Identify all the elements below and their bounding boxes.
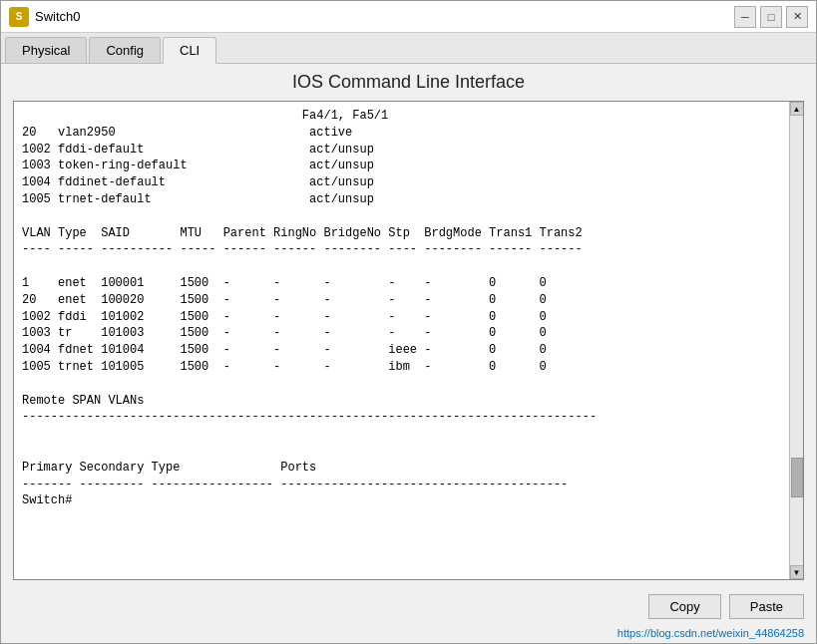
minimize-button[interactable]: ─: [734, 6, 756, 28]
app-icon-label: S: [16, 11, 23, 22]
page-title: IOS Command Line Interface: [13, 72, 804, 93]
tab-cli[interactable]: CLI: [163, 37, 216, 64]
tab-config[interactable]: Config: [89, 37, 161, 63]
close-button[interactable]: ✕: [786, 6, 808, 28]
app-icon: S: [9, 7, 29, 27]
watermark: https://blog.csdn.net/weixin_44864258: [1, 625, 816, 643]
paste-button[interactable]: Paste: [729, 594, 804, 619]
terminal-container[interactable]: Fa4/1, Fa5/1 20 vlan2950 active 1002 fdd…: [13, 101, 804, 580]
title-bar: S Switch0 ─ □ ✕: [1, 1, 816, 33]
scroll-up-button[interactable]: ▲: [790, 102, 804, 116]
title-controls: ─ □ ✕: [734, 6, 808, 28]
maximize-button[interactable]: □: [760, 6, 782, 28]
main-content: IOS Command Line Interface Fa4/1, Fa5/1 …: [1, 64, 816, 588]
terminal-output[interactable]: Fa4/1, Fa5/1 20 vlan2950 active 1002 fdd…: [14, 102, 789, 579]
tab-bar: Physical Config CLI: [1, 33, 816, 64]
copy-button[interactable]: Copy: [648, 594, 720, 619]
window-title: Switch0: [35, 9, 81, 24]
title-bar-left: S Switch0: [9, 7, 81, 27]
main-window: S Switch0 ─ □ ✕ Physical Config CLI IOS …: [0, 0, 817, 644]
scrollbar[interactable]: ▲ ▼: [789, 102, 803, 579]
scroll-down-button[interactable]: ▼: [790, 565, 804, 579]
tab-physical[interactable]: Physical: [5, 37, 87, 63]
bottom-bar: Copy Paste: [1, 588, 816, 625]
scroll-thumb[interactable]: [791, 458, 803, 497]
